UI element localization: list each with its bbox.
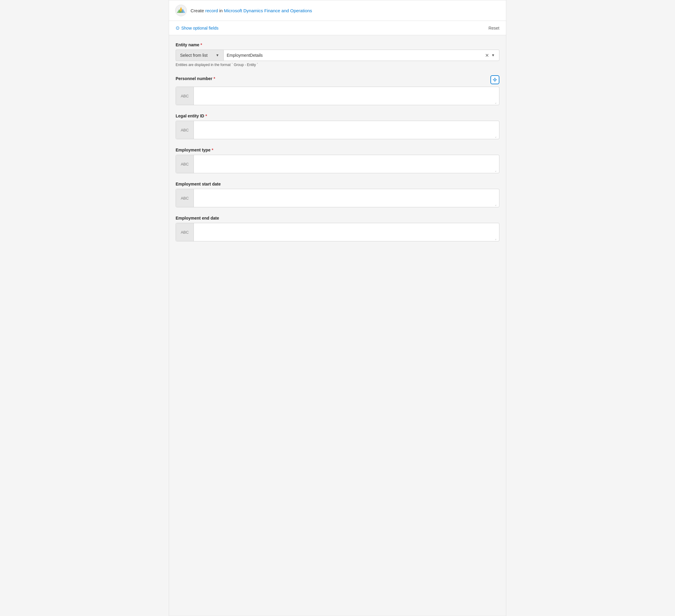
employment-type-field: ABC ⌟ xyxy=(176,155,499,173)
entity-name-section: Entity name * Select from list ▼ ✕ ▼ Ent… xyxy=(176,43,499,67)
employment-end-date-textarea[interactable] xyxy=(194,223,499,241)
personnel-number-label: Personnel number * xyxy=(176,76,215,81)
legal-entity-id-textarea[interactable] xyxy=(194,121,499,139)
header-record-keyword: record xyxy=(205,8,218,13)
personnel-number-abc-label: ABC xyxy=(176,87,194,105)
main-content: Entity name * Select from list ▼ ✕ ▼ Ent… xyxy=(169,35,506,615)
expand-button[interactable]: ▼ xyxy=(490,52,496,59)
resize-handle: ⌟ xyxy=(495,101,498,104)
header-title: Create record in Microsoft Dynamics Fina… xyxy=(191,8,312,13)
svg-point-4 xyxy=(494,79,496,81)
legal-entity-id-abc-label: ABC xyxy=(176,121,194,139)
entity-hint: Entities are displayed in the format ` G… xyxy=(176,63,499,67)
resize-handle-4: ⌟ xyxy=(495,203,498,206)
entity-value-input-wrapper: ✕ ▼ xyxy=(223,50,499,61)
employment-end-date-label: Employment end date xyxy=(176,216,499,220)
entity-value-input[interactable] xyxy=(227,53,484,58)
eye-icon: ⊙ xyxy=(176,25,179,31)
personnel-number-field: ABC ⌟ xyxy=(176,87,499,105)
personnel-number-required: * xyxy=(214,76,215,81)
personnel-number-textarea[interactable] xyxy=(194,87,499,105)
reset-button[interactable]: Reset xyxy=(488,26,499,30)
resize-handle-5: ⌟ xyxy=(495,237,498,240)
app-container: Create record in Microsoft Dynamics Fina… xyxy=(169,0,506,616)
employment-start-date-abc-label: ABC xyxy=(176,189,194,207)
employment-type-label: Employment type * xyxy=(176,148,499,152)
employment-start-date-textarea[interactable] xyxy=(194,189,499,207)
map-icon-button[interactable] xyxy=(491,75,499,84)
personnel-number-section: Personnel number * ABC ⌟ xyxy=(176,75,499,105)
legal-entity-id-section: Legal entity ID * ABC ⌟ xyxy=(176,114,499,139)
employment-end-date-abc-label: ABC xyxy=(176,223,194,241)
employment-start-date-label: Employment start date xyxy=(176,182,499,187)
header: Create record in Microsoft Dynamics Fina… xyxy=(169,0,506,21)
legal-entity-id-label: Legal entity ID * xyxy=(176,114,499,118)
header-app-name: Microsoft Dynamics Finance and Operation… xyxy=(224,8,312,13)
app-logo xyxy=(175,4,187,16)
employment-end-date-field: ABC ⌟ xyxy=(176,223,499,242)
employment-type-abc-label: ABC xyxy=(176,155,194,173)
resize-handle-3: ⌟ xyxy=(495,169,498,172)
clear-button[interactable]: ✕ xyxy=(484,51,490,59)
employment-type-textarea[interactable] xyxy=(194,155,499,173)
select-dropdown-label: Select from list xyxy=(180,53,208,58)
legal-entity-id-required: * xyxy=(206,114,207,118)
employment-start-date-field: ABC ⌟ xyxy=(176,189,499,207)
entity-name-label: Entity name * xyxy=(176,43,499,47)
show-optional-label: Show optional fields xyxy=(181,26,219,30)
map-icon xyxy=(493,77,497,82)
select-from-list-dropdown[interactable]: Select from list ▼ xyxy=(176,50,223,61)
employment-type-section: Employment type * ABC ⌟ xyxy=(176,148,499,173)
entity-name-row: Select from list ▼ ✕ ▼ xyxy=(176,50,499,61)
chevron-down-icon: ▼ xyxy=(216,53,219,57)
employment-type-required: * xyxy=(212,148,213,152)
employment-start-date-section: Employment start date ABC ⌟ xyxy=(176,182,499,207)
show-optional-button[interactable]: ⊙ Show optional fields xyxy=(176,25,219,31)
resize-handle-2: ⌟ xyxy=(495,135,498,138)
toolbar: ⊙ Show optional fields Reset xyxy=(169,21,506,35)
entity-name-required: * xyxy=(201,43,202,47)
personnel-number-header: Personnel number * xyxy=(176,75,499,84)
employment-end-date-section: Employment end date ABC ⌟ xyxy=(176,216,499,242)
legal-entity-id-field: ABC ⌟ xyxy=(176,121,499,139)
